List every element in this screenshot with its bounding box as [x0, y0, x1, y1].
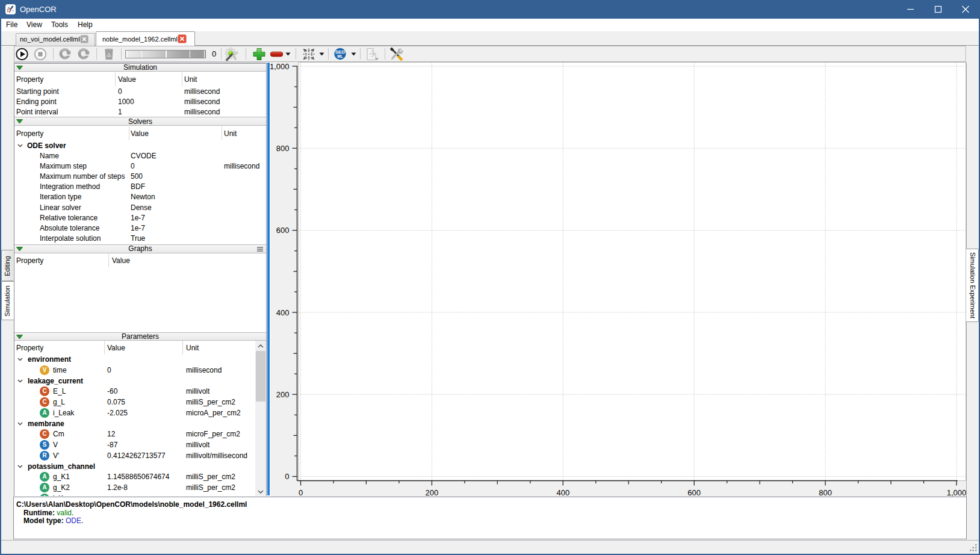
svg-text:200: 200 [426, 488, 439, 497]
svg-text:400: 400 [276, 308, 290, 317]
svg-text:1,000: 1,000 [270, 62, 290, 71]
svg-text:0: 0 [285, 472, 289, 481]
svg-text:0: 0 [299, 488, 303, 497]
svg-text:200: 200 [276, 390, 290, 399]
svg-text:1,000: 1,000 [947, 488, 967, 497]
svg-text:ML: ML [337, 54, 343, 58]
svg-text:600: 600 [687, 488, 701, 497]
svg-text:800: 800 [276, 144, 290, 153]
svg-text:400: 400 [556, 488, 569, 497]
svg-text:800: 800 [819, 488, 832, 497]
svg-text:600: 600 [276, 226, 290, 235]
